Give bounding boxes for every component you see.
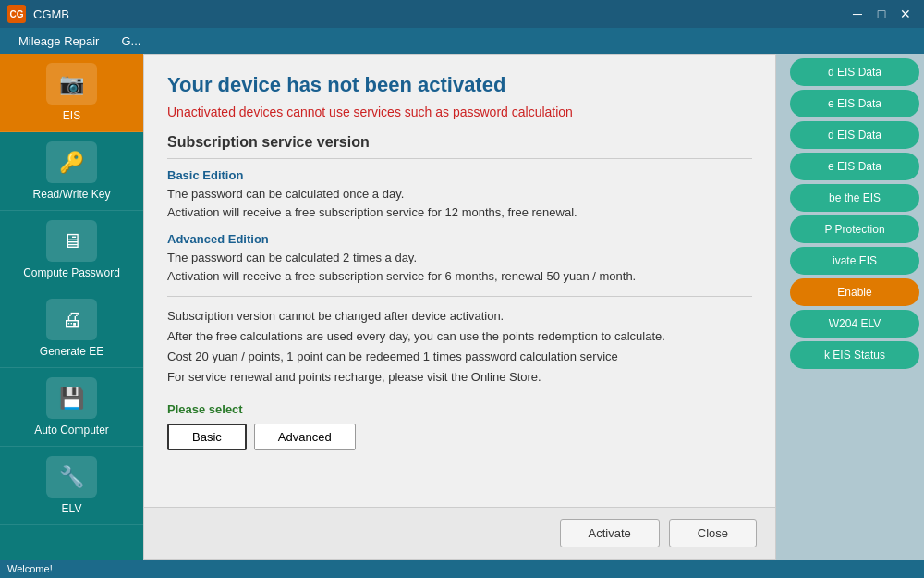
sidebar-item-generate-ee[interactable]: 🖨 Generate EE bbox=[0, 289, 143, 368]
advanced-select-btn[interactable]: Advanced bbox=[254, 424, 356, 450]
advanced-edition-desc: The password can be calculated 2 times a… bbox=[167, 249, 752, 285]
sidebar-label-compute-password: Compute Password bbox=[23, 266, 120, 279]
right-btn-1[interactable]: e EIS Data bbox=[790, 90, 919, 117]
select-label: Please select bbox=[167, 402, 752, 416]
right-btn-2[interactable]: d EIS Data bbox=[790, 121, 919, 149]
menu-g[interactable]: G... bbox=[110, 31, 152, 52]
right-buttons-panel: d EIS Data e EIS Data d EIS Data e EIS D… bbox=[785, 54, 924, 374]
sidebar-item-auto-computer[interactable]: 💾 Auto Computer bbox=[0, 368, 143, 447]
right-btn-5[interactable]: P Protection bbox=[790, 215, 919, 243]
elv-icon: 🔧 bbox=[46, 456, 97, 498]
dialog-subtitle: Unactivated devices cannot use services … bbox=[167, 105, 752, 119]
right-btn-4[interactable]: be the EIS bbox=[790, 184, 919, 212]
menu-mileage-repair[interactable]: Mileage Repair bbox=[7, 31, 110, 52]
right-btn-3[interactable]: e EIS Data bbox=[790, 153, 919, 180]
window-controls: ─ □ ✕ bbox=[846, 5, 917, 23]
basic-select-btn[interactable]: Basic bbox=[167, 424, 247, 450]
minimize-button[interactable]: ─ bbox=[846, 5, 869, 23]
sidebar-item-readwrite-key[interactable]: 🔑 Read/Write Key bbox=[0, 132, 143, 211]
compute-password-icon: 🖥 bbox=[46, 220, 97, 262]
maximize-button[interactable]: □ bbox=[870, 5, 893, 23]
subscription-title: Subscription service version bbox=[167, 134, 752, 159]
right-btn-9[interactable]: k EIS Status bbox=[790, 341, 919, 369]
readwrite-key-icon: 🔑 bbox=[46, 141, 97, 183]
sidebar-label-elv: ELV bbox=[62, 502, 82, 515]
title-bar: CG CGMB ─ □ ✕ bbox=[0, 0, 924, 28]
right-btn-6[interactable]: ivate EIS bbox=[790, 247, 919, 275]
eis-icon: 📷 bbox=[46, 63, 97, 105]
close-button[interactable]: Close bbox=[669, 519, 757, 547]
sidebar-label-auto-computer: Auto Computer bbox=[34, 424, 109, 437]
sidebar-label-generate-ee: Generate EE bbox=[40, 345, 103, 358]
basic-edition-title: Basic Edition bbox=[167, 168, 752, 182]
sidebar-label-eis: EIS bbox=[63, 109, 80, 122]
advanced-edition-title: Advanced Edition bbox=[167, 232, 752, 246]
dialog-footer: Activate Close bbox=[144, 507, 775, 559]
sidebar-label-readwrite-key: Read/Write Key bbox=[33, 188, 111, 201]
activation-dialog: Your device has not been activated Unact… bbox=[143, 54, 776, 560]
status-text: Welcome! bbox=[7, 563, 53, 574]
right-btn-8[interactable]: W204 ELV bbox=[790, 310, 919, 338]
menu-bar: Mileage Repair G... bbox=[0, 28, 924, 54]
auto-computer-icon: 💾 bbox=[46, 377, 97, 419]
basic-edition-desc: The password can be calculated once a da… bbox=[167, 185, 752, 221]
status-bar: Welcome! bbox=[0, 560, 924, 578]
select-buttons: Basic Advanced bbox=[167, 424, 752, 450]
right-btn-7[interactable]: Enable bbox=[790, 278, 919, 306]
generate-ee-icon: 🖨 bbox=[46, 299, 97, 340]
sidebar-item-elv[interactable]: 🔧 ELV bbox=[0, 447, 143, 525]
sidebar-item-eis[interactable]: 📷 EIS bbox=[0, 54, 143, 132]
dialog-title: Your device has not been activated bbox=[167, 73, 752, 97]
right-btn-0[interactable]: d EIS Data bbox=[790, 58, 919, 86]
sidebar-item-compute-password[interactable]: 🖥 Compute Password bbox=[0, 211, 143, 289]
dialog-content: Your device has not been activated Unact… bbox=[144, 55, 775, 507]
sidebar: 📷 EIS 🔑 Read/Write Key 🖥 Compute Passwor… bbox=[0, 54, 143, 578]
close-button[interactable]: ✕ bbox=[894, 5, 917, 23]
info-section: Subscription version cannot be changed a… bbox=[167, 296, 752, 387]
activate-button[interactable]: Activate bbox=[560, 519, 660, 547]
app-title: CGMB bbox=[33, 7, 846, 21]
app-logo: CG bbox=[7, 5, 26, 23]
